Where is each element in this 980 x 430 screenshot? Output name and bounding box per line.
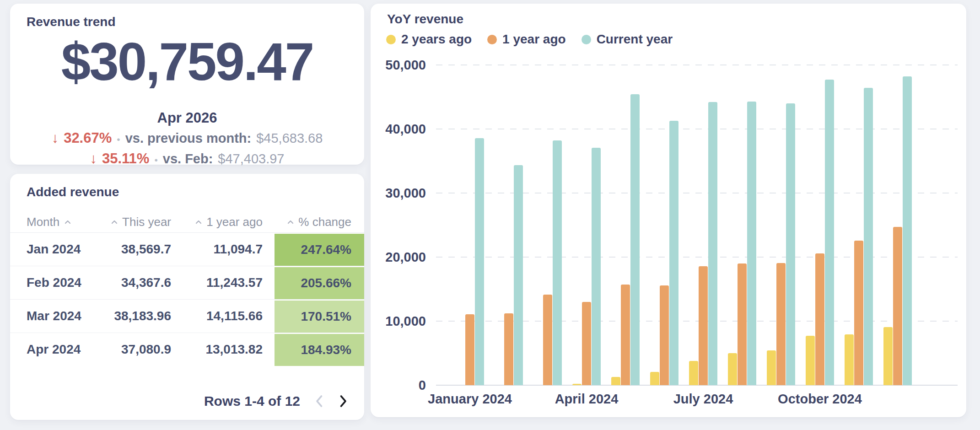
bar-chart-plot: 010,00020,00030,00040,00050,000January 2… bbox=[436, 65, 958, 385]
bar-current-year bbox=[592, 148, 601, 385]
bar-group bbox=[495, 65, 523, 385]
bar-2-years-ago bbox=[806, 336, 815, 385]
table-row: Apr 202437,080.913,013.82184.93% bbox=[10, 333, 364, 366]
bar-1-year-ago bbox=[582, 302, 591, 385]
x-axis-tick-label: July 2024 bbox=[644, 392, 763, 407]
y-axis-tick-label: 40,000 bbox=[366, 122, 426, 137]
legend-dot-icon bbox=[386, 35, 396, 44]
previous-page-button[interactable] bbox=[314, 394, 324, 408]
revenue-trend-title: Revenue trend bbox=[27, 15, 116, 29]
y-axis-tick-label: 50,000 bbox=[366, 58, 426, 73]
added-revenue-title: Added revenue bbox=[27, 185, 119, 199]
bar-1-year-ago bbox=[660, 285, 669, 385]
column-header-this-year[interactable]: This year bbox=[102, 215, 171, 229]
bar-2-years-ago bbox=[650, 372, 659, 385]
bar-2-years-ago bbox=[767, 350, 776, 385]
table-body: Jan 202438,569.711,094.7247.64%Feb 20243… bbox=[10, 233, 364, 366]
column-header-label: 1 year ago bbox=[206, 215, 263, 229]
bar-1-year-ago bbox=[893, 227, 902, 385]
column-header-1-year-ago[interactable]: 1 year ago bbox=[171, 215, 275, 229]
bar-1-year-ago bbox=[699, 266, 708, 385]
comparison-line: ↓32.67%•vs. previous month:$45,683.68 bbox=[10, 130, 364, 150]
added-revenue-card: Added revenue MonthThis year1 year ago% … bbox=[10, 174, 364, 420]
cell-this-year: 37,080.9 bbox=[102, 342, 171, 357]
chevron-left-icon bbox=[314, 394, 324, 408]
cell-one-year-ago: 11,094.7 bbox=[171, 242, 275, 257]
sort-caret-icon bbox=[287, 220, 294, 225]
bar-2-years-ago bbox=[689, 361, 698, 385]
revenue-comparisons: ↓32.67%•vs. previous month:$45,683.68↓35… bbox=[10, 130, 364, 171]
cell-one-year-ago: 14,115.66 bbox=[171, 309, 275, 323]
y-axis-tick-label: 20,000 bbox=[366, 250, 426, 265]
revenue-trend-card: Revenue trend $30,759.47 Apr 2026 ↓32.67… bbox=[10, 4, 364, 165]
next-page-button[interactable] bbox=[338, 394, 349, 408]
bar-current-year bbox=[514, 165, 523, 385]
bar-group bbox=[767, 65, 795, 385]
cell-one-year-ago: 13,013.82 bbox=[171, 342, 275, 357]
revenue-period: Apr 2026 bbox=[10, 110, 364, 126]
bar-current-year bbox=[903, 76, 912, 385]
bar-group bbox=[456, 65, 484, 385]
bar-group bbox=[611, 65, 640, 385]
bar-current-year bbox=[825, 80, 834, 385]
x-axis-tick-label: April 2024 bbox=[527, 392, 646, 407]
y-axis-tick-label: 10,000 bbox=[366, 314, 426, 329]
legend-item-current-year[interactable]: Current year bbox=[582, 32, 673, 47]
legend-item-1-year-ago[interactable]: 1 year ago bbox=[487, 32, 566, 47]
comparison-percent: 32.67% bbox=[64, 130, 112, 146]
legend-label: Current year bbox=[597, 32, 673, 47]
bar-1-year-ago bbox=[738, 263, 747, 385]
table-header-row: MonthThis year1 year ago% change bbox=[10, 211, 364, 233]
table-row: Jan 202438,569.711,094.7247.64% bbox=[10, 233, 364, 266]
bar-1-year-ago bbox=[776, 263, 786, 385]
yoy-revenue-title: YoY revenue bbox=[387, 12, 463, 27]
legend-label: 2 years ago bbox=[401, 32, 472, 47]
table-row: Feb 202434,367.611,243.57205.66% bbox=[10, 266, 364, 299]
added-revenue-table: MonthThis year1 year ago% change Jan 202… bbox=[10, 211, 364, 366]
legend-item-2-years-ago[interactable]: 2 years ago bbox=[386, 32, 472, 47]
y-axis-tick-label: 30,000 bbox=[366, 186, 426, 201]
table-row: Mar 202438,183.9614,115.66170.51% bbox=[10, 299, 364, 333]
bar-group bbox=[533, 65, 562, 385]
cell-pct-change: 170.51% bbox=[275, 300, 364, 333]
column-header-label: This year bbox=[122, 215, 171, 229]
bar-current-year bbox=[553, 140, 562, 385]
dot-separator: • bbox=[154, 155, 157, 166]
bar-current-year bbox=[708, 102, 717, 385]
legend-dot-icon bbox=[582, 35, 591, 44]
bar-group bbox=[806, 65, 834, 385]
cell-month: Feb 2024 bbox=[10, 275, 102, 290]
bar-1-year-ago bbox=[504, 313, 513, 385]
bar-1-year-ago bbox=[854, 241, 863, 385]
bar-2-years-ago bbox=[572, 384, 582, 385]
bar-group bbox=[845, 65, 873, 385]
x-axis-tick-label: January 2024 bbox=[410, 392, 529, 407]
bar-current-year bbox=[786, 103, 795, 385]
bar-group bbox=[650, 65, 678, 385]
bar-1-year-ago bbox=[543, 295, 552, 385]
yoy-revenue-card: YoY revenue 2 years ago1 year agoCurrent… bbox=[371, 4, 966, 417]
chevron-right-icon bbox=[338, 394, 349, 408]
bar-1-year-ago bbox=[621, 285, 630, 385]
column-header-month[interactable]: Month bbox=[10, 215, 102, 229]
table-pagination: Rows 1-4 of 12 bbox=[204, 393, 349, 409]
cell-month: Mar 2024 bbox=[10, 309, 102, 323]
bar-1-year-ago bbox=[815, 253, 824, 385]
sort-caret-icon bbox=[195, 220, 202, 225]
down-arrow-icon: ↓ bbox=[52, 130, 59, 146]
column-header-label: % change bbox=[298, 215, 351, 229]
bar-2-years-ago bbox=[611, 377, 620, 385]
cell-pct-change: 184.93% bbox=[275, 333, 364, 366]
cell-month: Jan 2024 bbox=[10, 242, 102, 257]
cell-one-year-ago: 11,243.57 bbox=[171, 275, 275, 290]
x-axis-tick-label: October 2024 bbox=[760, 392, 879, 407]
column-header-label: Month bbox=[27, 215, 59, 229]
bar-current-year bbox=[475, 138, 484, 385]
down-arrow-icon: ↓ bbox=[90, 150, 97, 167]
bar-group bbox=[689, 65, 717, 385]
column-header--change[interactable]: % change bbox=[275, 211, 364, 232]
cell-month: Apr 2024 bbox=[10, 342, 102, 357]
comparison-value: $47,403.97 bbox=[218, 151, 284, 167]
sort-caret-icon bbox=[111, 220, 118, 225]
comparison-label: vs. Feb: bbox=[163, 151, 213, 167]
